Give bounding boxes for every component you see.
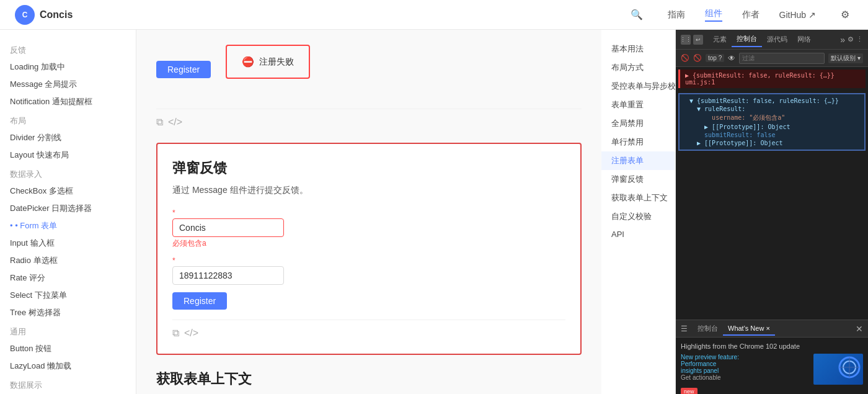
- console-tree-4: submitResult: false: [684, 131, 859, 139]
- nav-links: 🔍 指南 组件 作者 GitHub ↗ ⚙: [631, 8, 853, 22]
- sidebar-item-checkbox[interactable]: CheckBox 多选框: [0, 182, 136, 200]
- sidebar-section-layout: 布局 Divider 分割线 Layout 快速布局: [0, 110, 136, 164]
- devtools-bottom-menu-icon[interactable]: ☰: [681, 325, 688, 333]
- devtools-level-btn[interactable]: 默认级别 ▾: [828, 53, 863, 63]
- username-field: * 必须包含a: [172, 208, 565, 249]
- logo-area: C Concis: [15, 5, 73, 25]
- devtools-bottom-tabs: ☰ 控制台 What's New × ✕: [676, 320, 868, 338]
- console-error-entry: ▶ {submitResult: false, ruleResult: {…}}…: [678, 69, 866, 88]
- devtools-tabs: ⋮⋮ ↩ 元素 控制台 源代码 网络 » ⚙ ⋮: [676, 30, 868, 50]
- section-menu-custom-validate[interactable]: 自定义校验: [601, 207, 675, 226]
- modal-section-desc: 通过 Message 组件进行提交反馈。: [172, 185, 565, 196]
- section-menu-row-disable[interactable]: 单行禁用: [601, 133, 675, 151]
- sidebar-item-datepicker[interactable]: DatePicker 日期选择器: [0, 200, 136, 217]
- section-menu-basic[interactable]: 基本用法: [601, 40, 675, 58]
- main-layout: 反馈 Loading 加载中 Message 全局提示 Notification…: [0, 30, 868, 394]
- section-menu-get-context[interactable]: 获取表单上下文: [601, 189, 675, 207]
- section-menu-register[interactable]: 注册表单: [601, 151, 675, 170]
- devtools-tab-network[interactable]: 网络: [792, 32, 816, 47]
- context-section-title: 获取表单上下文: [156, 370, 582, 388]
- devtools-bottom-tab-console[interactable]: 控制台: [693, 321, 723, 336]
- settings-icon[interactable]: ⚙: [841, 9, 853, 21]
- devtools-menu-icon[interactable]: ⋮: [856, 35, 863, 43]
- modal-register-button[interactable]: Register: [172, 292, 227, 310]
- devtools-tab-sources[interactable]: 源代码: [762, 32, 792, 47]
- app-title: Concis: [40, 9, 73, 20]
- devtools-stop-icon[interactable]: 🚫: [681, 54, 689, 62]
- whatsnew-title: Highlights from the Chrome 102 update: [681, 343, 863, 350]
- devtools-icon-2[interactable]: ↩: [693, 35, 703, 45]
- sidebar-item-lazyload[interactable]: LazyLoad 懒加载: [0, 357, 136, 375]
- sidebar-section-title-feedback: 反馈: [0, 40, 136, 58]
- devtools-tab-icons: ⋮⋮ ↩: [681, 35, 703, 45]
- top-register-button[interactable]: Register: [156, 61, 211, 78]
- sidebar-section-data-display: 数据展示 Avatar 头像: [0, 375, 136, 394]
- section-menu-global-disable[interactable]: 全局禁用: [601, 114, 675, 133]
- error-text: 注册失败: [259, 56, 294, 68]
- console-error-line: ▶ {submitResult: false, ruleResult: {…}}…: [685, 72, 835, 86]
- devtools-tab-console[interactable]: 控制台: [732, 32, 762, 47]
- code-icon[interactable]: </>: [168, 117, 182, 128]
- phone-field: *: [172, 256, 565, 285]
- sidebar-item-tree[interactable]: Tree 树选择器: [0, 304, 136, 321]
- section-menu-reset[interactable]: 表单重置: [601, 96, 675, 114]
- top-nav: C Concis 🔍 指南 组件 作者 GitHub ↗ ⚙: [0, 0, 868, 30]
- devtools-bottom-close[interactable]: ✕: [856, 324, 863, 334]
- phone-input[interactable]: [172, 266, 284, 285]
- sidebar-item-layout[interactable]: Layout 快速布局: [0, 146, 136, 164]
- sidebar-item-message[interactable]: Message 全局提示: [0, 76, 136, 93]
- modal-section-title: 弹窗反馈: [172, 159, 565, 177]
- whatsnew-item-1[interactable]: Performance: [681, 360, 808, 367]
- whatsnew-item-0[interactable]: New preview feature:: [681, 354, 808, 360]
- username-input[interactable]: [172, 218, 284, 237]
- section-menu-layout[interactable]: 布局方式: [601, 58, 675, 77]
- devtools-toolbar: 🚫 🚫 top ? 👁 默认级别 ▾: [676, 50, 868, 67]
- sidebar-item-select[interactable]: Select 下拉菜单: [0, 287, 136, 304]
- sidebar-item-loading[interactable]: Loading 加载中: [0, 58, 136, 76]
- nav-components[interactable]: 组件: [705, 8, 722, 22]
- modal-code-icon[interactable]: </>: [184, 328, 198, 339]
- top-demo-footer-icons: ⧉ </>: [156, 117, 182, 128]
- devtools-icon-1[interactable]: ⋮⋮: [681, 35, 691, 45]
- modal-copy-icon[interactable]: ⧉: [172, 328, 179, 339]
- whatsnew-item-3: Get actionable: [681, 374, 808, 381]
- whatsnew-row: New preview feature: Performance insight…: [681, 354, 863, 385]
- console-tree-3: ▶ [[Prototype]]: Object: [684, 123, 859, 131]
- devtools-eye-icon[interactable]: 👁: [728, 54, 735, 63]
- console-tree-2: username: "必须包含a": [684, 113, 859, 123]
- devtools-filter-input[interactable]: [739, 53, 825, 64]
- sidebar-item-rate[interactable]: Rate 评分: [0, 269, 136, 287]
- whatsnew-content: Highlights from the Chrome 102 update Ne…: [676, 338, 868, 394]
- devtools-clear-icon[interactable]: 🚫: [693, 54, 702, 62]
- devtools-tab-elements[interactable]: 元素: [708, 32, 732, 47]
- nav-github[interactable]: GitHub ↗: [779, 10, 816, 20]
- whatsnew-item-2[interactable]: insights panel: [681, 367, 808, 374]
- sidebar-item-button[interactable]: Button 按钮: [0, 340, 136, 357]
- sidebar-item-radio[interactable]: Radio 单选框: [0, 252, 136, 269]
- sidebar-item-form[interactable]: • Form 表单: [0, 217, 136, 235]
- sidebar-section-common: 通用 Button 按钮 LazyLoad 懒加载: [0, 321, 136, 375]
- section-menu-api[interactable]: API: [601, 226, 675, 243]
- sidebar-section-data-entry: 数据录入 CheckBox 多选框 DatePicker 日期选择器 • For…: [0, 164, 136, 321]
- whatsnew-new-badge-area: new: [681, 387, 863, 394]
- copy-icon[interactable]: ⧉: [156, 117, 163, 128]
- devtools-settings-icon[interactable]: ⚙: [848, 35, 854, 43]
- devtools-more-tabs[interactable]: »: [840, 35, 845, 45]
- error-icon: ⛔: [242, 56, 254, 68]
- sidebar-item-input[interactable]: Input 输入框: [0, 235, 136, 252]
- top-demo-area: Register ⛔ 注册失败: [156, 45, 582, 94]
- devtools-console-area: ▶ {submitResult: false, ruleResult: {…}}…: [676, 67, 868, 320]
- devtools-bottom-tab-whatsnew[interactable]: What's New ×: [723, 322, 775, 336]
- sidebar-item-notification[interactable]: Notification 通知提醒框: [0, 93, 136, 110]
- sidebar-item-divider[interactable]: Divider 分割线: [0, 129, 136, 146]
- context-section: 获取表单上下文 使用 Form.useForm().useFormContext…: [156, 370, 582, 394]
- sidebar-section-title-data-display: 数据展示: [0, 375, 136, 393]
- search-icon[interactable]: 🔍: [631, 9, 643, 21]
- sidebar-section-feedback: 反馈 Loading 加载中 Message 全局提示 Notification…: [0, 40, 136, 110]
- nav-guide[interactable]: 指南: [668, 9, 685, 20]
- devtools-top-btn[interactable]: top ?: [706, 54, 724, 62]
- nav-author[interactable]: 作者: [742, 9, 760, 20]
- section-menu-modal-feedback[interactable]: 弹窗反馈: [601, 170, 675, 189]
- modal-footer-icons: ⧉ </>: [172, 328, 198, 339]
- section-menu-controlled[interactable]: 受控表单与异步校验: [601, 77, 675, 96]
